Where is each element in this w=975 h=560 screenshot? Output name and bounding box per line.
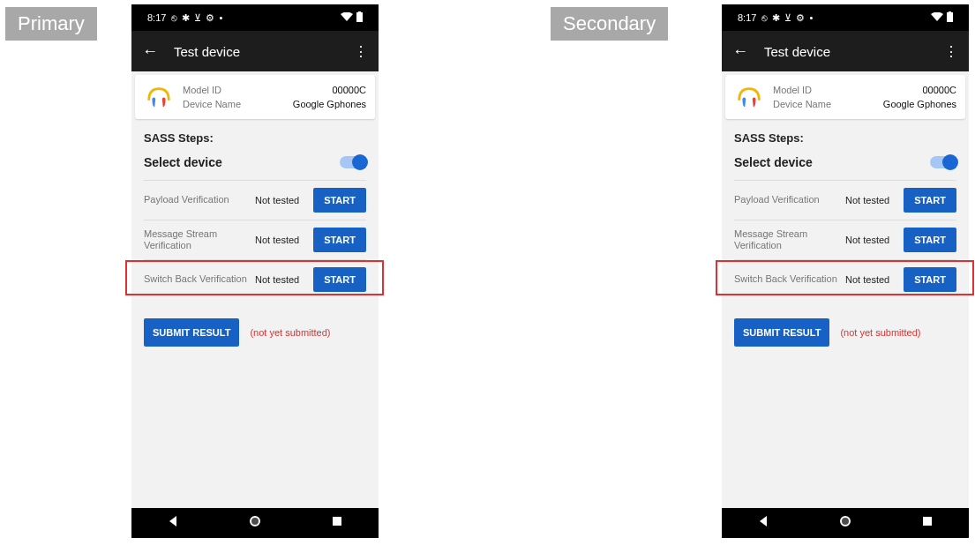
start-button[interactable]: START	[313, 228, 366, 252]
step-status: Not tested	[255, 195, 308, 205]
step-row-message-stream: Message Stream Verification Not tested S…	[734, 220, 956, 259]
back-icon[interactable]: ←	[142, 42, 158, 61]
step-name: Switch Back Verification	[734, 273, 840, 285]
step-name: Payload Verification	[734, 194, 840, 205]
nav-back-icon[interactable]	[167, 515, 179, 531]
submit-result-button[interactable]: SUBMIT RESULT	[144, 318, 239, 347]
battery-icon	[947, 11, 953, 24]
start-button[interactable]: START	[313, 267, 366, 292]
start-button[interactable]: START	[904, 228, 956, 252]
model-id-label: Model ID	[773, 85, 812, 95]
headphones-icon	[734, 82, 764, 112]
svg-rect-4	[333, 517, 341, 526]
device-card: Model ID 00000C Device Name Google Gphon…	[725, 75, 965, 119]
step-status: Not tested	[845, 235, 898, 245]
sass-steps-heading: SASS Steps:	[734, 131, 956, 145]
svg-rect-9	[923, 517, 932, 526]
step-name: Payload Verification	[144, 194, 250, 205]
app-bar: ← Test device ⋮	[131, 31, 379, 71]
step-status: Not tested	[845, 195, 898, 205]
svg-rect-1	[358, 11, 361, 12]
select-device-label: Select device	[144, 155, 222, 169]
select-device-toggle[interactable]	[340, 156, 366, 168]
model-id-value: 00000C	[332, 85, 366, 95]
submit-result-button[interactable]: SUBMIT RESULT	[734, 318, 829, 347]
more-icon[interactable]: ⋮	[944, 43, 958, 60]
step-row-message-stream: Message Stream Verification Not tested S…	[144, 220, 366, 259]
svg-point-3	[251, 517, 259, 526]
step-name: Message Stream Verification	[734, 228, 840, 251]
headphones-icon	[144, 82, 174, 112]
svg-rect-0	[356, 12, 363, 22]
page-title: Test device	[764, 44, 928, 59]
nav-recent-icon[interactable]	[921, 515, 934, 531]
nav-recent-icon[interactable]	[331, 515, 343, 531]
more-icon[interactable]: ⋮	[354, 43, 368, 60]
android-nav-bar	[722, 508, 969, 538]
submit-status-note: (not yet submitted)	[840, 327, 920, 338]
app-bar: ← Test device ⋮	[722, 31, 969, 71]
status-indicators: ⎋ ✱ ⊻ ⚙ •	[761, 12, 813, 24]
start-button[interactable]: START	[313, 188, 366, 213]
step-row-payload: Payload Verification Not tested START	[734, 180, 956, 220]
start-button[interactable]: START	[904, 267, 956, 292]
svg-rect-5	[947, 12, 953, 22]
status-icon: ⊻	[194, 12, 201, 24]
step-row-payload: Payload Verification Not tested START	[144, 180, 366, 220]
primary-phone: 8:17 ⎋ ✱ ⊻ ⚙ • ← Test device ⋮	[131, 4, 379, 538]
page-title: Test device	[174, 44, 338, 59]
step-row-switch-back: Switch Back Verification Not tested STAR…	[734, 259, 956, 299]
start-button[interactable]: START	[904, 188, 956, 213]
step-status: Not tested	[255, 235, 308, 245]
device-name-value: Google Gphones	[293, 99, 366, 109]
step-row-switch-back: Switch Back Verification Not tested STAR…	[144, 259, 366, 299]
status-bar: 8:17 ⎋ ✱ ⊻ ⚙ •	[722, 4, 969, 31]
submit-status-note: (not yet submitted)	[250, 327, 330, 338]
status-time: 8:17	[147, 12, 166, 23]
nav-home-icon[interactable]	[839, 515, 851, 531]
status-icon: ⎋	[171, 12, 177, 24]
status-icon: ⎋	[761, 12, 768, 24]
secondary-phone: 8:17 ⎋ ✱ ⊻ ⚙ • ← Test device ⋮	[722, 4, 969, 538]
android-nav-bar	[131, 508, 379, 538]
status-indicators: ⎋ ✱ ⊻ ⚙ •	[171, 12, 222, 24]
status-icon: •	[809, 12, 813, 24]
model-id-label: Model ID	[183, 85, 221, 95]
status-icon: ✱	[772, 12, 780, 24]
device-name-label: Device Name	[773, 99, 831, 109]
back-icon[interactable]: ←	[732, 42, 748, 61]
svg-point-8	[841, 517, 850, 526]
primary-label-tag: Primary	[5, 7, 97, 41]
secondary-label-tag: Secondary	[551, 7, 668, 41]
wifi-icon	[341, 12, 353, 23]
select-device-label: Select device	[734, 155, 813, 169]
status-icon: ⚙	[796, 12, 805, 24]
device-card: Model ID 00000C Device Name Google Gphon…	[135, 75, 375, 119]
wifi-icon	[931, 12, 943, 23]
device-name-value: Google Gphones	[883, 99, 956, 109]
step-name: Switch Back Verification	[144, 273, 250, 285]
nav-back-icon[interactable]	[757, 515, 769, 531]
model-id-value: 00000C	[922, 85, 956, 95]
nav-home-icon[interactable]	[249, 515, 261, 531]
status-icon: ⊻	[784, 12, 791, 24]
battery-icon	[356, 11, 363, 24]
select-device-toggle[interactable]	[930, 156, 956, 168]
step-status: Not tested	[845, 274, 898, 285]
status-icon: ✱	[182, 12, 190, 24]
device-name-label: Device Name	[183, 99, 241, 109]
step-status: Not tested	[255, 274, 308, 285]
sass-steps-heading: SASS Steps:	[144, 131, 366, 145]
status-time: 8:17	[738, 12, 756, 23]
status-icon: •	[219, 12, 222, 24]
svg-rect-6	[949, 11, 951, 12]
step-name: Message Stream Verification	[144, 228, 250, 251]
status-icon: ⚙	[206, 12, 214, 24]
status-bar: 8:17 ⎋ ✱ ⊻ ⚙ •	[131, 4, 379, 31]
